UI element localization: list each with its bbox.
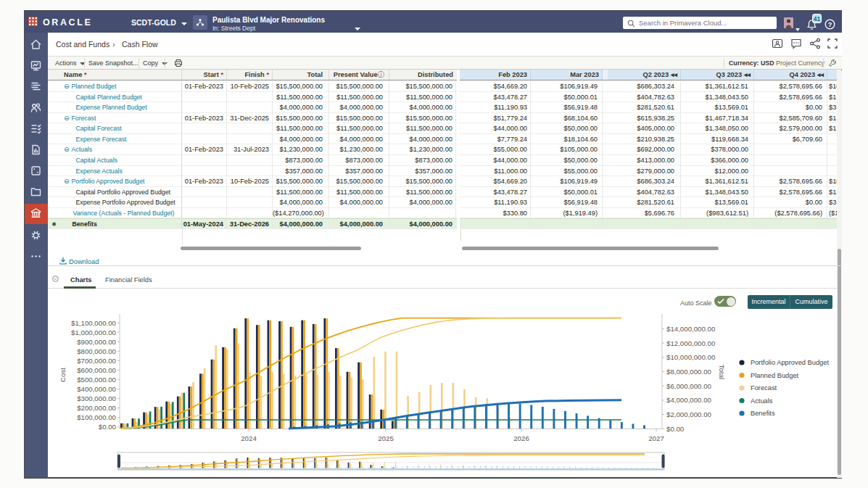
svg-text:?: ?	[828, 21, 832, 28]
svg-text:Forecast: Forecast	[751, 384, 777, 392]
svg-text:Actuals: Actuals	[751, 397, 773, 405]
svg-text:$1,100,000.00: $1,100,000.00	[71, 319, 117, 327]
svg-text:Portfolio Approved Budget: Portfolio Approved Budget	[751, 359, 829, 366]
svg-text:$0.00: $0.00	[666, 425, 685, 433]
svg-text:2026: 2026	[513, 434, 529, 442]
svg-text:Planned Budget: Planned Budget	[751, 372, 799, 379]
svg-text:$1,000,000.00: $1,000,000.00	[71, 328, 117, 336]
svg-text:Cost: Cost	[59, 368, 67, 382]
svg-text:$700,000.00: $700,000.00	[77, 357, 116, 365]
svg-text:$500,000.00: $500,000.00	[77, 376, 116, 384]
svg-text:$12,000,000.00: $12,000,000.00	[666, 339, 716, 347]
svg-text:2025: 2025	[378, 434, 394, 442]
svg-text:Benefits: Benefits	[751, 410, 775, 417]
svg-text:$300,000.00: $300,000.00	[77, 394, 116, 402]
svg-text:2024: 2024	[241, 434, 257, 442]
svg-text:$600,000.00: $600,000.00	[77, 366, 116, 374]
svg-text:$8,000,000.00: $8,000,000.00	[666, 368, 712, 376]
svg-text:$6,000,000.00: $6,000,000.00	[666, 382, 712, 390]
svg-text:Total: Total	[718, 365, 726, 379]
svg-text:$900,000.00: $900,000.00	[77, 338, 116, 346]
svg-text:$14,000,000.00: $14,000,000.00	[666, 325, 716, 333]
svg-text:$100,000.00: $100,000.00	[77, 413, 116, 421]
svg-text:$4,000,000.00: $4,000,000.00	[666, 396, 712, 404]
svg-text:$0.00: $0.00	[99, 423, 117, 431]
svg-text:$10,000,000.00: $10,000,000.00	[666, 353, 716, 361]
svg-text:$2,000,000.00: $2,000,000.00	[666, 410, 712, 418]
svg-text:$200,000.00: $200,000.00	[77, 404, 116, 412]
svg-text:$800,000.00: $800,000.00	[77, 347, 116, 355]
svg-text:2027: 2027	[648, 434, 664, 442]
svg-text:$400,000.00: $400,000.00	[77, 385, 116, 393]
